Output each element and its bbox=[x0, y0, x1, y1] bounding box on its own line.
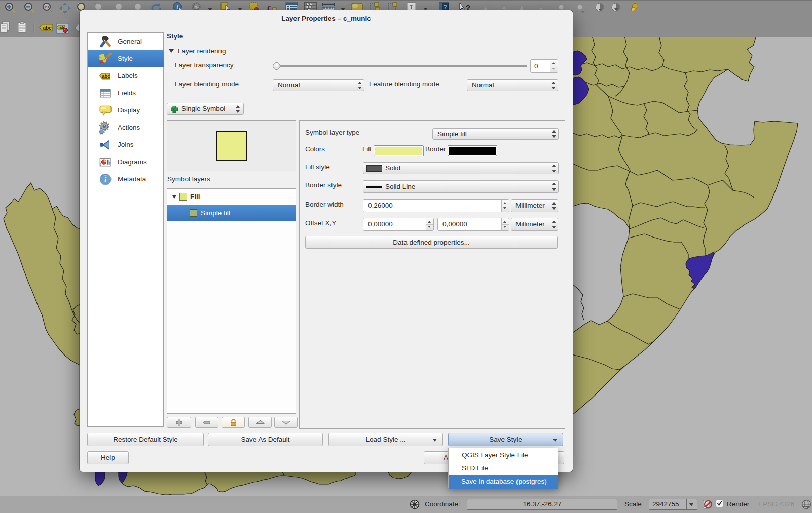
svg-text:abc: abc bbox=[43, 25, 52, 31]
svg-text:T: T bbox=[410, 4, 414, 11]
svg-text:i: i bbox=[104, 175, 107, 184]
svg-text:abc: abc bbox=[102, 74, 110, 79]
svg-text:?: ? bbox=[443, 4, 447, 11]
svg-text:1:1: 1:1 bbox=[44, 5, 49, 9]
